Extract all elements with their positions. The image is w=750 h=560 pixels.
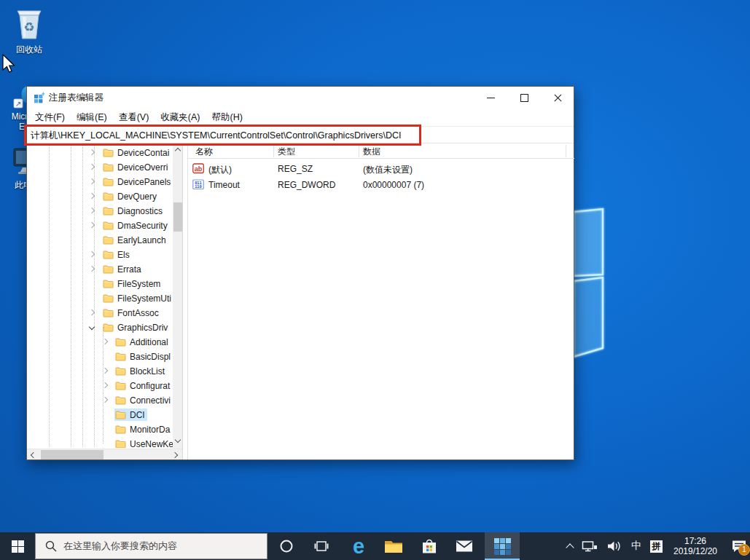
taskbar-file-explorer-button[interactable] [380,532,407,560]
title-bar[interactable]: 注册表编辑器 [27,87,574,109]
tree-node[interactable]: Els [102,248,132,261]
start-button[interactable] [0,532,35,560]
action-center-button[interactable]: 1 [731,540,747,553]
tree-node[interactable]: FontAssoc [102,307,161,319]
value-row-(默认)[interactable]: ab(默认)REG_SZ(数值未设置) [188,162,574,176]
horizontal-scroll-thumb[interactable] [41,450,103,460]
scroll-left-arrow-icon[interactable] [31,451,36,457]
expand-arrow-icon[interactable] [89,178,95,184]
tree-node[interactable]: DeviceContai [102,146,171,159]
ime-language-indicator[interactable]: 中 [631,540,641,553]
tree-node[interactable]: DevicePanels [102,176,173,188]
tree-item-DCI[interactable]: DCI [27,407,173,422]
tree-item-DeviceOverri[interactable]: DeviceOverri [27,159,173,174]
vertical-scroll-thumb[interactable] [173,202,182,232]
tree-node[interactable]: BasicDispl [114,350,173,363]
tree-node[interactable]: DevQuery [102,190,159,202]
column-header-type[interactable]: 类型 [278,146,295,158]
tree-node[interactable]: DmaSecurity [102,219,170,232]
tree-item-FontAssoc[interactable]: FontAssoc [27,305,173,320]
value-row-Timeout[interactable]: 011110TimeoutREG_DWORD0x00000007 (7) [188,178,574,192]
tree-item-EarlyLaunch[interactable]: EarlyLaunch [27,232,173,247]
tree-item-DeviceContai[interactable]: DeviceContai [27,145,173,159]
tree-node[interactable]: BlockList [114,365,167,377]
minimize-button[interactable] [474,87,507,109]
volume-icon[interactable] [606,540,622,553]
tree-item-DevQuery[interactable]: DevQuery [27,189,173,203]
tree-node[interactable]: EarlyLaunch [102,234,168,246]
column-separator[interactable] [566,145,566,157]
expand-arrow-icon[interactable] [102,339,108,344]
taskbar-regedit-button-active[interactable] [485,532,520,560]
tree-node[interactable]: Errata [102,263,144,275]
tree-node[interactable]: DeviceOverri [102,161,170,173]
tree-node[interactable]: UseNewKe [114,438,173,448]
expand-arrow-icon[interactable] [89,164,95,170]
desktop-icon-recycle-bin[interactable]: ♻ 回收站 [0,6,58,55]
expand-arrow-icon[interactable] [89,309,95,315]
taskbar-edge-button[interactable]: e [345,532,372,560]
collapse-arrow-icon[interactable] [89,324,95,330]
tree-node[interactable]: FileSystemUti [102,292,173,304]
taskbar-mail-button[interactable] [451,532,477,560]
column-header-name[interactable]: 名称 [195,146,213,158]
expand-arrow-icon[interactable] [89,251,95,257]
scroll-right-arrow-icon[interactable] [172,451,178,457]
menu-item[interactable]: 收藏夹(A) [155,111,206,124]
column-separator[interactable] [273,145,274,157]
column-separator[interactable] [359,145,359,157]
menu-item[interactable]: 文件(F) [29,111,71,124]
cortana-button[interactable] [273,532,300,560]
tree-item-FileSystem[interactable]: FileSystem [27,276,173,291]
ime-mode-indicator[interactable]: 拼 [650,540,663,553]
folder-icon [115,425,126,434]
maximize-button[interactable] [508,87,540,109]
expand-arrow-icon[interactable] [89,149,95,155]
menu-item[interactable]: 查看(V) [113,111,155,124]
tree-item-Diagnostics[interactable]: Diagnostics [27,203,173,218]
tree-item-FileSystemUti[interactable]: FileSystemUti [27,291,173,305]
network-icon[interactable] [582,540,598,553]
tree-node-selected[interactable]: DCI [114,409,147,421]
menu-item[interactable]: 帮助(H) [206,111,248,124]
tree-item-DmaSecurity[interactable]: DmaSecurity [27,218,173,232]
tree-item-Configurat[interactable]: Configurat [27,378,173,393]
tree-node[interactable]: Diagnostics [102,205,165,217]
tree-item-MonitorDa[interactable]: MonitorDa [27,422,173,436]
tree-item-BlockList[interactable]: BlockList [27,363,173,378]
expand-arrow-icon[interactable] [89,193,95,199]
expand-arrow-icon[interactable] [102,397,108,403]
tree-item-Els[interactable]: Els [27,247,173,261]
close-button[interactable] [542,87,574,109]
expand-arrow-icon[interactable] [102,382,108,388]
column-header-data[interactable]: 数据 [363,146,380,158]
tree-item-GraphicsDriv[interactable]: GraphicsDriv [27,320,173,334]
tree-item-BasicDispl[interactable]: BasicDispl [27,349,173,363]
expand-arrow-icon[interactable] [89,208,95,213]
tree-item-Errata[interactable]: Errata [27,261,173,276]
task-view-button[interactable] [308,532,335,560]
expand-arrow-icon[interactable] [89,222,95,228]
address-bar[interactable]: 计算机\HKEY_LOCAL_MACHINE\SYSTEM\CurrentCon… [27,126,574,143]
tree-node[interactable]: Connectivi [114,394,173,406]
scroll-up-arrow-icon[interactable] [175,148,181,154]
taskbar-store-button[interactable] [416,532,442,560]
tree-node[interactable]: MonitorDa [114,423,172,435]
tree-item-DevicePanels[interactable]: DevicePanels [27,174,173,189]
tree-node[interactable]: Configurat [114,379,172,392]
tree-node[interactable]: GraphicsDriv [102,321,170,334]
menu-item[interactable]: 编辑(E) [71,111,113,124]
tray-expand-chevron-icon[interactable] [567,543,573,551]
tree-node[interactable]: Additional [114,336,171,348]
tree-item-Additional[interactable]: Additional [27,334,173,349]
expand-arrow-icon[interactable] [89,266,95,272]
taskbar-clock[interactable]: 17:26 2019/12/20 [670,536,721,556]
expand-arrow-icon[interactable] [102,368,108,374]
tree-node[interactable]: FileSystem [102,277,163,290]
tree-horizontal-scrollbar[interactable] [27,449,183,460]
taskbar-search-box[interactable]: 在这里输入你要搜索的内容 [35,533,267,559]
tree-item-Connectivi[interactable]: Connectivi [27,393,173,407]
scroll-down-arrow-icon[interactable] [175,437,181,443]
tree-item-UseNewKe[interactable]: UseNewKe [27,436,173,448]
tree-vertical-scrollbar[interactable] [173,143,183,449]
